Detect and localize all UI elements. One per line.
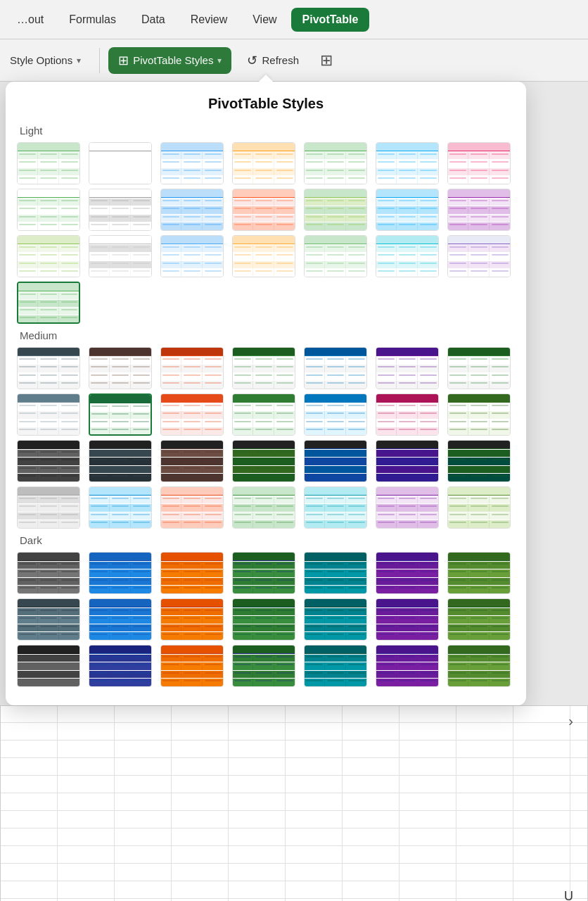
style-thumb[interactable] xyxy=(376,440,439,482)
style-thumb[interactable] xyxy=(447,598,511,641)
style-thumb[interactable] xyxy=(376,552,439,594)
style-thumb[interactable] xyxy=(447,393,511,436)
style-thumb[interactable] xyxy=(447,189,511,231)
style-thumb[interactable] xyxy=(232,189,295,231)
style-thumb[interactable] xyxy=(160,347,224,389)
style-thumb[interactable] xyxy=(232,440,295,482)
style-thumb[interactable] xyxy=(17,598,80,641)
style-thumb[interactable] xyxy=(89,189,152,231)
style-thumb[interactable] xyxy=(376,189,439,231)
tab-formulas[interactable]: Formulas xyxy=(58,8,127,32)
chevron-down-icon2: ▾ xyxy=(217,56,222,65)
style-thumb[interactable] xyxy=(376,235,439,277)
tab-pivottable[interactable]: PivotTable xyxy=(291,8,370,32)
style-thumb[interactable] xyxy=(160,486,224,529)
refresh-icon: ↺ xyxy=(247,53,257,68)
grid-icon: ⊞ xyxy=(320,51,333,70)
style-thumb[interactable] xyxy=(232,645,295,687)
ribbon: Style Options ▾ ⊞ PivotTable Styles ▾ ↺ … xyxy=(0,39,588,82)
style-thumb[interactable] xyxy=(447,347,511,389)
style-thumb[interactable] xyxy=(376,486,439,529)
style-thumb[interactable] xyxy=(160,645,224,687)
style-thumb[interactable] xyxy=(89,393,152,436)
style-options-button[interactable]: Style Options ▾ xyxy=(0,49,91,72)
style-thumb[interactable] xyxy=(447,235,511,277)
style-options-label: Style Options xyxy=(10,54,72,66)
style-thumb[interactable] xyxy=(447,440,511,482)
style-thumb[interactable] xyxy=(160,552,224,594)
style-thumb[interactable] xyxy=(304,347,367,389)
style-thumb[interactable] xyxy=(304,189,367,231)
style-thumb[interactable] xyxy=(160,189,224,231)
chevron-down-icon: ▾ xyxy=(77,56,81,65)
style-thumb[interactable] xyxy=(304,440,367,482)
refresh-label: Refresh xyxy=(262,54,299,66)
style-thumb[interactable] xyxy=(89,552,152,594)
style-thumb[interactable] xyxy=(376,598,439,641)
style-thumb[interactable] xyxy=(304,142,367,184)
style-thumb[interactable] xyxy=(447,142,511,184)
style-thumb[interactable] xyxy=(17,347,80,389)
style-thumb[interactable] xyxy=(17,189,80,231)
style-thumb[interactable] xyxy=(304,598,367,641)
style-thumb[interactable] xyxy=(89,486,152,529)
style-thumb[interactable] xyxy=(160,142,224,184)
tab-data[interactable]: Data xyxy=(130,8,177,32)
column-u-header: U xyxy=(564,889,573,901)
section-medium-label: Medium xyxy=(20,329,515,341)
style-thumb[interactable] xyxy=(232,142,295,184)
light-styles-grid xyxy=(17,142,515,324)
style-thumb[interactable] xyxy=(17,552,80,594)
style-thumb[interactable] xyxy=(232,393,295,436)
style-thumb[interactable] xyxy=(160,235,224,277)
tab-view[interactable]: View xyxy=(241,8,288,32)
style-thumb[interactable] xyxy=(376,645,439,687)
style-thumb[interactable] xyxy=(304,235,367,277)
style-thumb[interactable] xyxy=(304,486,367,529)
dropdown-title: PivotTable Styles xyxy=(17,96,515,112)
style-thumb[interactable] xyxy=(232,486,295,529)
style-thumb[interactable] xyxy=(17,645,80,687)
style-thumb[interactable] xyxy=(17,440,80,482)
style-thumb[interactable] xyxy=(232,235,295,277)
style-thumb[interactable] xyxy=(89,235,152,277)
refresh-button[interactable]: ↺ Refresh xyxy=(237,47,309,74)
pivot-styles-dropdown: PivotTable Styles Light Medium Dark xyxy=(6,82,526,705)
style-thumb[interactable] xyxy=(376,393,439,436)
style-thumb[interactable] xyxy=(17,282,80,324)
style-thumb[interactable] xyxy=(304,645,367,687)
style-thumb[interactable] xyxy=(17,393,80,436)
style-thumb[interactable] xyxy=(160,598,224,641)
style-thumb[interactable] xyxy=(160,440,224,482)
style-thumb[interactable] xyxy=(232,347,295,389)
style-thumb[interactable] xyxy=(376,142,439,184)
spreadsheet-area: › U xyxy=(0,705,588,901)
expand-icon[interactable]: › xyxy=(568,713,573,729)
style-thumb[interactable] xyxy=(89,142,152,184)
dark-styles-grid xyxy=(17,552,515,687)
style-thumb[interactable] xyxy=(17,235,80,277)
style-thumb[interactable] xyxy=(447,645,511,687)
style-thumb[interactable] xyxy=(89,347,152,389)
pivot-styles-label: PivotTable Styles xyxy=(133,54,213,66)
style-thumb[interactable] xyxy=(89,645,152,687)
section-light-label: Light xyxy=(20,125,515,137)
style-thumb[interactable] xyxy=(447,486,511,529)
style-thumb[interactable] xyxy=(232,598,295,641)
style-thumb[interactable] xyxy=(304,393,367,436)
style-thumb[interactable] xyxy=(89,598,152,641)
tab-review[interactable]: Review xyxy=(179,8,238,32)
tab-about[interactable]: …out xyxy=(6,8,55,32)
style-thumb[interactable] xyxy=(304,552,367,594)
style-thumb[interactable] xyxy=(17,486,80,529)
style-thumb[interactable] xyxy=(89,440,152,482)
pivot-styles-button[interactable]: ⊞ PivotTable Styles ▾ xyxy=(108,47,231,74)
toolbar: …out Formulas Data Review View PivotTabl… xyxy=(0,0,588,39)
medium-styles-grid xyxy=(17,347,515,529)
section-dark-label: Dark xyxy=(20,534,515,546)
style-thumb[interactable] xyxy=(376,347,439,389)
style-thumb[interactable] xyxy=(160,393,224,436)
style-thumb[interactable] xyxy=(232,552,295,594)
style-thumb[interactable] xyxy=(447,552,511,594)
style-thumb[interactable] xyxy=(17,142,80,184)
